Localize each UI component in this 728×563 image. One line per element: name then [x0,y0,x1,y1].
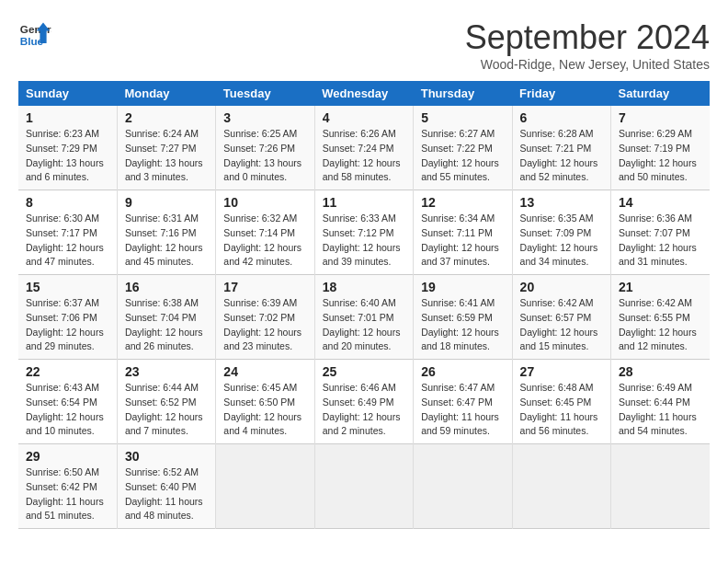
list-item: 4 Sunrise: 6:26 AMSunset: 7:24 PMDayligh… [314,106,413,190]
list-item: 15 Sunrise: 6:37 AMSunset: 7:06 PMDaylig… [18,275,117,360]
list-item: 24 Sunrise: 6:45 AMSunset: 6:50 PMDaylig… [216,360,314,444]
list-item: 12 Sunrise: 6:34 AMSunset: 7:11 PMDaylig… [414,190,512,275]
logo: General Blue [18,18,51,52]
table-row: 29 Sunrise: 6:50 AMSunset: 6:42 PMDaylig… [18,444,710,529]
title-area: September 2024 Wood-Ridge, New Jersey, U… [465,18,710,72]
list-item: 2 Sunrise: 6:24 AMSunset: 7:27 PMDayligh… [117,106,215,190]
list-item: 18 Sunrise: 6:40 AMSunset: 7:01 PMDaylig… [314,275,413,360]
col-tuesday: Tuesday [216,81,314,106]
list-item: 20 Sunrise: 6:42 AMSunset: 6:57 PMDaylig… [512,275,610,360]
list-item: 7 Sunrise: 6:29 AMSunset: 7:19 PMDayligh… [611,106,710,190]
list-item: 6 Sunrise: 6:28 AMSunset: 7:21 PMDayligh… [512,106,610,190]
list-item: 19 Sunrise: 6:41 AMSunset: 6:59 PMDaylig… [414,275,512,360]
list-item: 17 Sunrise: 6:39 AMSunset: 7:02 PMDaylig… [216,275,314,360]
list-item: 11 Sunrise: 6:33 AMSunset: 7:12 PMDaylig… [314,190,413,275]
page-subtitle: Wood-Ridge, New Jersey, United States [465,57,710,72]
empty-cell [216,444,314,529]
list-item: 28 Sunrise: 6:49 AMSunset: 6:44 PMDaylig… [611,360,710,444]
list-item: 8 Sunrise: 6:30 AMSunset: 7:17 PMDayligh… [18,190,117,275]
page-title: September 2024 [465,18,710,57]
col-saturday: Saturday [611,81,710,106]
col-thursday: Thursday [414,81,512,106]
list-item: 1 Sunrise: 6:23 AMSunset: 7:29 PMDayligh… [18,106,117,190]
empty-cell [512,444,610,529]
logo-icon: General Blue [18,18,51,52]
col-wednesday: Wednesday [314,81,413,106]
list-item: 10 Sunrise: 6:32 AMSunset: 7:14 PMDaylig… [216,190,314,275]
table-row: 1 Sunrise: 6:23 AMSunset: 7:29 PMDayligh… [18,106,710,190]
list-item: 25 Sunrise: 6:46 AMSunset: 6:49 PMDaylig… [314,360,413,444]
list-item: 21 Sunrise: 6:42 AMSunset: 6:55 PMDaylig… [611,275,710,360]
list-item: 27 Sunrise: 6:48 AMSunset: 6:45 PMDaylig… [512,360,610,444]
col-friday: Friday [512,81,610,106]
list-item: 14 Sunrise: 6:36 AMSunset: 7:07 PMDaylig… [611,190,710,275]
list-item: 22 Sunrise: 6:43 AMSunset: 6:54 PMDaylig… [18,360,117,444]
list-item: 23 Sunrise: 6:44 AMSunset: 6:52 PMDaylig… [117,360,215,444]
col-monday: Monday [117,81,215,106]
list-item: 30 Sunrise: 6:52 AMSunset: 6:40 PMDaylig… [117,444,215,529]
table-row: 15 Sunrise: 6:37 AMSunset: 7:06 PMDaylig… [18,275,710,360]
list-item: 5 Sunrise: 6:27 AMSunset: 7:22 PMDayligh… [414,106,512,190]
col-sunday: Sunday [18,81,117,106]
empty-cell [314,444,413,529]
header: General Blue September 2024 Wood-Ridge, … [18,18,710,72]
empty-cell [414,444,512,529]
calendar-header-row: Sunday Monday Tuesday Wednesday Thursday… [18,81,710,106]
list-item: 9 Sunrise: 6:31 AMSunset: 7:16 PMDayligh… [117,190,215,275]
empty-cell [611,444,710,529]
table-row: 22 Sunrise: 6:43 AMSunset: 6:54 PMDaylig… [18,360,710,444]
list-item: 16 Sunrise: 6:38 AMSunset: 7:04 PMDaylig… [117,275,215,360]
list-item: 26 Sunrise: 6:47 AMSunset: 6:47 PMDaylig… [414,360,512,444]
list-item: 29 Sunrise: 6:50 AMSunset: 6:42 PMDaylig… [18,444,117,529]
calendar-table: Sunday Monday Tuesday Wednesday Thursday… [18,81,710,529]
table-row: 8 Sunrise: 6:30 AMSunset: 7:17 PMDayligh… [18,190,710,275]
list-item: 3 Sunrise: 6:25 AMSunset: 7:26 PMDayligh… [216,106,314,190]
list-item: 13 Sunrise: 6:35 AMSunset: 7:09 PMDaylig… [512,190,610,275]
